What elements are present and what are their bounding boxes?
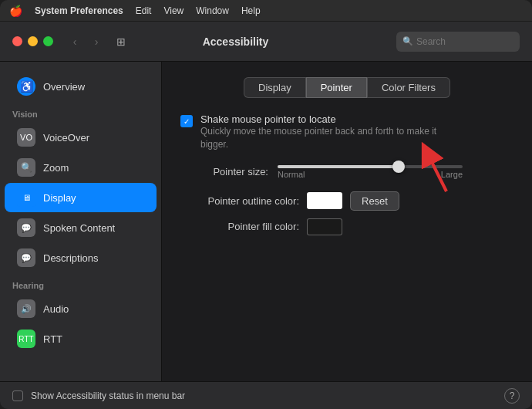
shake-text-group: Shake mouse pointer to locate Quickly mo… bbox=[200, 113, 455, 151]
pointer-size-row: Pointer size: Normal Large bbox=[180, 165, 513, 179]
pointer-fill-label: Pointer fill color: bbox=[184, 221, 299, 232]
slider-thumb[interactable] bbox=[392, 161, 405, 173]
minimize-button[interactable] bbox=[28, 36, 38, 46]
spoken-icon: 💬 bbox=[17, 218, 35, 237]
slider-labels: Normal Large bbox=[278, 170, 463, 179]
pointer-outline-label: Pointer outline color: bbox=[184, 195, 299, 207]
hearing-section-label: Hearing bbox=[0, 273, 161, 293]
status-label: Show Accessibility status in menu bar bbox=[31, 390, 185, 401]
panel-inner: Display Pointer Color Filters ✓ Shake mo… bbox=[180, 77, 513, 235]
menu-view[interactable]: View bbox=[163, 5, 184, 16]
main-content: ♿ Overview Vision VO VoiceOver 🔍 Zoom bbox=[0, 62, 532, 381]
vision-section-label: Vision bbox=[0, 102, 161, 122]
voiceover-icon: VO bbox=[17, 128, 35, 147]
reset-button[interactable]: Reset bbox=[350, 191, 399, 211]
sidebar-item-label: RTT bbox=[43, 333, 62, 345]
menu-system-preferences[interactable]: System Preferences bbox=[35, 5, 123, 16]
audio-icon: 🔊 bbox=[17, 299, 35, 318]
back-button[interactable]: ‹ bbox=[66, 32, 84, 51]
traffic-lights bbox=[12, 36, 53, 46]
sidebar-item-label: Display bbox=[43, 192, 76, 204]
zoom-icon: 🔍 bbox=[17, 158, 35, 177]
forward-button[interactable]: › bbox=[87, 32, 106, 51]
bottom-bar: Show Accessibility status in menu bar ? bbox=[0, 381, 532, 409]
sidebar-item-rtt[interactable]: RTT RTT bbox=[5, 324, 157, 353]
sidebar-item-label: Overview bbox=[43, 81, 85, 93]
tab-color-filters[interactable]: Color Filters bbox=[367, 77, 450, 98]
slider-normal-label: Normal bbox=[278, 170, 305, 179]
pointer-size-label: Pointer size: bbox=[184, 166, 268, 177]
pointer-size-slider[interactable] bbox=[278, 165, 463, 168]
nav-buttons: ‹ › bbox=[66, 32, 106, 51]
display-icon: 🖥 bbox=[17, 188, 35, 207]
help-button[interactable]: ? bbox=[504, 388, 520, 404]
tab-pointer[interactable]: Pointer bbox=[306, 77, 367, 98]
pointer-outline-swatch[interactable] bbox=[307, 192, 342, 209]
grid-button[interactable]: ⊞ bbox=[112, 32, 130, 51]
tab-bar: Display Pointer Color Filters bbox=[180, 77, 513, 98]
search-input[interactable] bbox=[396, 32, 520, 52]
sidebar: ♿ Overview Vision VO VoiceOver 🔍 Zoom bbox=[0, 62, 162, 381]
sidebar-item-spoken-content[interactable]: 💬 Spoken Content bbox=[5, 213, 157, 242]
sidebar-item-label: Spoken Content bbox=[43, 222, 115, 234]
menu-help[interactable]: Help bbox=[241, 5, 261, 16]
menu-window[interactable]: Window bbox=[196, 5, 229, 16]
shake-checkbox-row: ✓ Shake mouse pointer to locate Quickly … bbox=[180, 113, 513, 151]
close-button[interactable] bbox=[12, 36, 22, 46]
sidebar-item-label: Descriptions bbox=[43, 252, 99, 264]
search-container: 🔍 bbox=[396, 32, 520, 52]
sidebar-item-voiceover[interactable]: VO VoiceOver bbox=[5, 123, 157, 152]
window-title: Accessibility bbox=[136, 35, 335, 48]
sidebar-item-audio[interactable]: 🔊 Audio bbox=[5, 294, 157, 323]
right-panel: Display Pointer Color Filters ✓ Shake mo… bbox=[162, 62, 532, 381]
sidebar-item-label: Zoom bbox=[43, 162, 69, 174]
pointer-fill-row: Pointer fill color: bbox=[180, 218, 513, 235]
shake-main-label: Shake mouse pointer to locate bbox=[200, 113, 455, 125]
shake-sub-label: Quickly move the mouse pointer back and … bbox=[200, 125, 455, 151]
apple-menu[interactable]: 🍎 bbox=[9, 5, 22, 17]
shake-checkbox[interactable]: ✓ bbox=[180, 115, 193, 127]
tab-display[interactable]: Display bbox=[244, 77, 306, 98]
slider-large-label: Large bbox=[441, 170, 463, 179]
sidebar-item-zoom[interactable]: 🔍 Zoom bbox=[5, 153, 157, 182]
maximize-button[interactable] bbox=[43, 36, 53, 46]
sidebar-item-descriptions[interactable]: 💬 Descriptions bbox=[5, 243, 157, 272]
sidebar-item-label: VoiceOver bbox=[43, 132, 89, 144]
menu-bar: 🍎 System Preferences Edit View Window He… bbox=[0, 0, 532, 22]
window: ‹ › ⊞ Accessibility 🔍 ♿ Overview Vision bbox=[0, 22, 532, 409]
descriptions-icon: 💬 bbox=[17, 248, 35, 267]
pointer-fill-swatch[interactable] bbox=[307, 218, 342, 235]
status-checkbox[interactable] bbox=[12, 390, 23, 401]
slider-container: Normal Large bbox=[278, 165, 463, 179]
rtt-icon: RTT bbox=[17, 330, 35, 348]
sidebar-item-overview[interactable]: ♿ Overview bbox=[5, 72, 157, 101]
sidebar-item-display[interactable]: 🖥 Display bbox=[5, 183, 157, 212]
pointer-outline-row: Pointer outline color: Reset bbox=[180, 191, 513, 211]
overview-icon: ♿ bbox=[17, 77, 35, 96]
sidebar-item-label: Audio bbox=[43, 303, 69, 315]
menu-edit[interactable]: Edit bbox=[136, 5, 152, 16]
title-bar: ‹ › ⊞ Accessibility 🔍 bbox=[0, 22, 532, 62]
shake-section: ✓ Shake mouse pointer to locate Quickly … bbox=[180, 113, 513, 151]
slider-fill bbox=[278, 165, 398, 168]
